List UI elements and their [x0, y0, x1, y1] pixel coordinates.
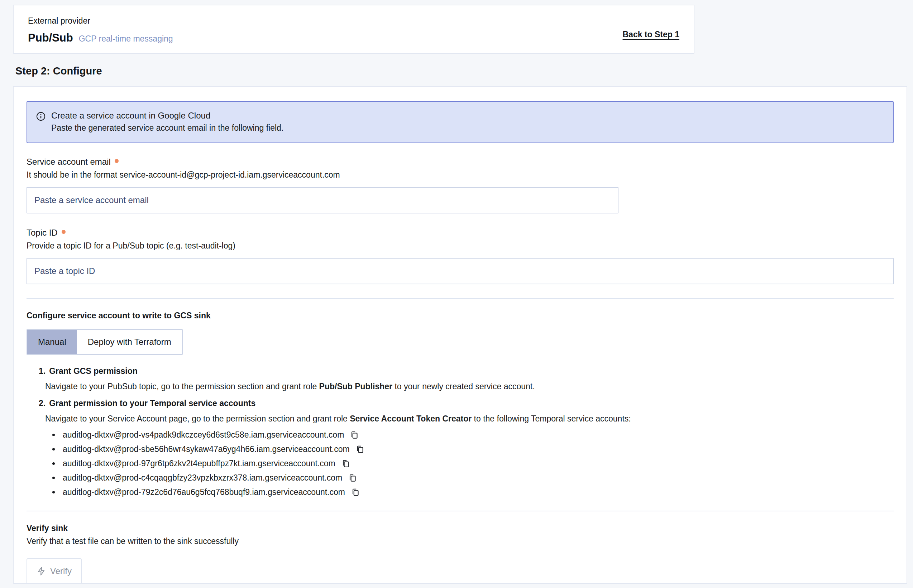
manual-steps: 1. Grant GCS permission Navigate to your… [26, 366, 894, 497]
back-to-step-1-link[interactable]: Back to Step 1 [623, 30, 680, 39]
step-2-body-prefix: Navigate to your Service Account page, g… [45, 414, 350, 423]
provider-card: External provider Pub/Sub GCP real-time … [13, 5, 694, 54]
provider-info: External provider Pub/Sub GCP real-time … [28, 16, 173, 53]
section-divider [26, 510, 894, 511]
configure-form-card: Create a service account in Google Cloud… [13, 86, 907, 584]
service-account-email: auditlog-dktxv@prod-vs4padk9dkczcey6d6st… [63, 430, 344, 440]
list-item: auditlog-dktxv@prod-79z2c6d76au6g5fcq768… [45, 487, 894, 497]
step-1-title: Grant GCS permission [49, 366, 138, 376]
copy-icon[interactable] [341, 459, 350, 468]
info-banner: Create a service account in Google Cloud… [26, 101, 894, 143]
bullet-icon [52, 477, 55, 479]
provider-tagline: GCP real-time messaging [79, 34, 173, 44]
bullet-icon [52, 434, 55, 436]
info-icon [36, 111, 46, 134]
deploy-mode-tabs: Manual Deploy with Terraform [26, 329, 183, 355]
topic-id-helper: Provide a topic ID for a Pub/Sub topic (… [26, 241, 894, 251]
tab-manual[interactable]: Manual [27, 330, 77, 354]
info-banner-text: Create a service account in Google Cloud… [51, 111, 283, 134]
info-banner-description: Paste the generated service account emai… [51, 123, 283, 133]
list-item: auditlog-dktxv@prod-sbe56h6wr4sykaw47a6y… [45, 444, 894, 454]
step-2-heading: 2. Grant permission to your Temporal ser… [39, 399, 894, 408]
step-2-title: Grant permission to your Temporal servic… [49, 399, 256, 408]
verify-sink-title: Verify sink [26, 523, 894, 533]
verify-button[interactable]: Verify [26, 558, 82, 584]
temporal-service-account-list: auditlog-dktxv@prod-vs4padk9dkczcey6d6st… [45, 430, 894, 497]
step-1-body-suffix: to your newly created service account. [392, 382, 535, 391]
step-1-heading: 1. Grant GCS permission [39, 366, 894, 376]
service-account-email-field: Service account email It should be in th… [26, 157, 894, 213]
page-title: Step 2: Configure [15, 65, 102, 77]
bullet-icon [52, 491, 55, 493]
service-account-email: auditlog-dktxv@prod-c4cqaqgbfzy23vpzkbxz… [63, 473, 342, 483]
service-account-email-label-row: Service account email [26, 157, 894, 167]
bullet-icon [52, 462, 55, 465]
copy-icon[interactable] [351, 488, 360, 497]
provider-eyebrow: External provider [28, 16, 173, 26]
copy-icon[interactable] [348, 473, 357, 483]
section-divider [26, 298, 894, 299]
tab-deploy-with-terraform[interactable]: Deploy with Terraform [77, 330, 182, 354]
verify-button-label: Verify [50, 566, 72, 576]
bullet-icon [52, 448, 55, 451]
list-item: auditlog-dktxv@prod-vs4padk9dkczcey6d6st… [45, 430, 894, 440]
step-2-body: Navigate to your Service Account page, g… [45, 413, 894, 424]
topic-id-field: Topic ID Provide a topic ID for a Pub/Su… [26, 228, 894, 284]
provider-name-row: Pub/Sub GCP real-time messaging [28, 32, 173, 44]
service-account-email: auditlog-dktxv@prod-sbe56h6wr4sykaw47a6y… [63, 444, 350, 454]
service-account-email-label: Service account email [26, 157, 111, 167]
step-2-role-name: Service Account Token Creator [350, 414, 471, 423]
required-indicator [62, 230, 66, 234]
service-account-email: auditlog-dktxv@prod-79z2c6d76au6g5fcq768… [63, 487, 345, 497]
step-1-body-prefix: Navigate to your PubSub topic, go to the… [45, 382, 319, 391]
topic-id-label: Topic ID [26, 228, 58, 238]
provider-name: Pub/Sub [28, 32, 73, 44]
step-1-role-name: Pub/Sub Publisher [319, 382, 392, 391]
verify-sink-description: Verify that a test file can be written t… [26, 536, 894, 546]
service-account-email-input[interactable] [26, 187, 618, 213]
info-banner-title: Create a service account in Google Cloud [51, 111, 283, 121]
configure-section-title: Configure service account to write to GC… [26, 311, 894, 320]
required-indicator [115, 159, 118, 163]
topic-id-label-row: Topic ID [26, 228, 894, 238]
copy-icon[interactable] [355, 445, 365, 454]
list-item: auditlog-dktxv@prod-97gr6tp6zkv2t4epubff… [45, 459, 894, 468]
step-2-number: 2. [39, 399, 45, 408]
list-item: auditlog-dktxv@prod-c4cqaqgbfzy23vpzkbxz… [45, 473, 894, 483]
topic-id-input[interactable] [26, 258, 894, 284]
copy-icon[interactable] [350, 430, 359, 440]
zap-icon [37, 567, 46, 576]
step-2-body-suffix: to the following Temporal service accoun… [471, 414, 631, 423]
service-account-email-helper: It should be in the format service-accou… [26, 170, 894, 180]
step-1-body: Navigate to your PubSub topic, go to the… [45, 381, 894, 392]
step-1-number: 1. [39, 366, 45, 376]
verify-button-row: Verify [26, 546, 894, 584]
service-account-email: auditlog-dktxv@prod-97gr6tp6zkv2t4epubff… [63, 459, 335, 468]
